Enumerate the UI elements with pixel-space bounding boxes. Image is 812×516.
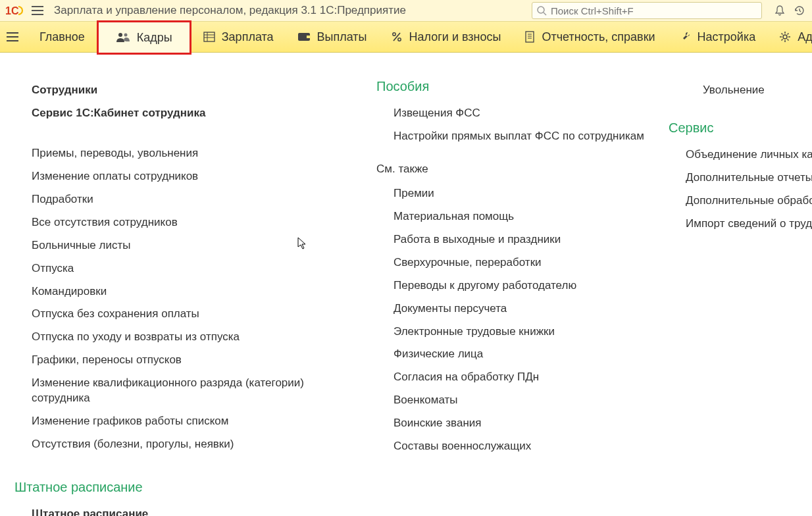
link-fss-settings[interactable]: Настройки прямых выплат ФСС по сотрудник… [393,125,659,148]
link-all-absences[interactable]: Все отсутствия сотрудников [32,211,350,234]
link-vacation-schedules[interactable]: Графики, переносы отпусков [32,349,350,372]
column-3: Увольнение Сервис Объединение личных кар… [686,79,812,516]
link-material-aid[interactable]: Материальная помощь [393,205,659,228]
link-employee-cabinet[interactable]: Сервис 1С:Кабинет сотрудника [32,102,350,125]
svg-line-13 [393,33,400,41]
app-logo: 1C [4,3,26,18]
link-hires[interactable]: Приемы, переводы, увольнения [32,142,350,165]
svg-point-18 [783,35,787,39]
svg-text:1C: 1C [5,5,19,16]
heading-service[interactable]: Сервис [669,120,812,136]
app-title: Зарплата и управление персоналом, редакц… [54,4,406,17]
nav-reports[interactable]: Отчетность, справки [513,22,667,51]
svg-rect-5 [204,32,215,41]
link-employees[interactable]: Сотрудники [32,79,350,102]
content-area: Сотрудники Сервис 1С:Кабинет сотрудника … [0,53,812,516]
nav-admin-label: Администрир [798,30,812,44]
svg-point-12 [397,38,400,41]
link-merge-cards[interactable]: Объединение личных карточек [686,143,812,167]
link-childcare-leave[interactable]: Отпуска по уходу и возвраты из отпуска [32,326,350,349]
link-extra-reports[interactable]: Дополнительные отчеты [686,167,812,190]
bell-icon[interactable] [771,2,788,19]
gear-icon [779,31,791,43]
nav-admin[interactable]: Администрир [767,22,812,51]
svg-point-11 [392,33,395,36]
nav-salary[interactable]: Зарплата [191,22,286,51]
link-staffing[interactable]: Штатное расписание [32,503,350,516]
section-navbar: Главное Кадры Зарплата [0,22,812,53]
link-persons[interactable]: Физические лица [393,343,659,366]
link-military-ranks[interactable]: Воинские звания [393,412,659,435]
users-icon [116,32,130,43]
svg-line-24 [788,39,789,41]
svg-line-2 [544,13,546,15]
nav-personnel-label: Кадры [137,31,172,45]
nav-settings-label: Настройка [698,30,756,44]
svg-point-1 [538,7,544,13]
link-military-offices[interactable]: Военкоматы [393,389,659,412]
link-ework-books[interactable]: Электронные трудовые книжки [393,321,659,344]
svg-line-23 [782,34,783,35]
link-qualification-change[interactable]: Изменение квалификационного разряда (кат… [32,372,350,410]
nav-salary-label: Зарплата [222,30,274,44]
link-extra-processing[interactable]: Дополнительные обработки [686,190,812,213]
svg-rect-10 [307,36,311,38]
link-overtime[interactable]: Сверхурочные, переработки [393,251,659,274]
svg-line-26 [782,39,783,41]
link-extra-work[interactable]: Подработки [32,188,350,211]
nav-payments[interactable]: Выплаты [286,22,379,51]
search-input[interactable] [549,5,757,17]
link-holiday-work[interactable]: Работа в выходные и праздники [393,228,659,251]
wallet-icon [297,32,311,41]
link-sick-leave[interactable]: Больничные листы [32,234,350,257]
link-transfers[interactable]: Переводы к другому работодателю [393,274,659,297]
nav-settings[interactable]: Настройка [667,22,768,51]
history-icon[interactable] [791,2,808,19]
nav-reports-label: Отчетность, справки [542,30,655,44]
link-unpaid-vacations[interactable]: Отпуска без сохранения оплаты [32,303,350,326]
link-import-labor[interactable]: Импорт сведений о трудовой де [686,213,812,236]
search-icon [536,5,547,16]
spreadsheet-icon [203,32,215,42]
link-absences[interactable]: Отсутствия (болезни, прогулы, неявки) [32,433,350,456]
link-fss-notify[interactable]: Извещения ФСС [393,102,659,125]
nav-main-label: Главное [39,30,85,44]
nav-taxes-label: Налоги и взносы [409,30,501,44]
svg-point-4 [124,34,127,37]
link-military-lists[interactable]: Составы военнослужащих [393,435,659,458]
search-box[interactable] [532,2,762,19]
nav-taxes[interactable]: Налоги и взносы [379,22,513,51]
svg-point-3 [118,33,122,37]
column-2: Пособия Извещения ФСС Настройки прямых в… [376,79,659,516]
heading-benefits[interactable]: Пособия [376,79,659,94]
svg-line-25 [788,34,789,35]
title-bar: 1C Зарплата и управление персоналом, ред… [0,0,812,22]
link-bonuses[interactable]: Премии [393,182,659,205]
sections-menu-icon[interactable] [7,28,18,45]
link-work-schedule-change[interactable]: Изменение графиков работы списком [32,410,350,433]
link-dismissal[interactable]: Увольнение [703,79,812,102]
link-vacations[interactable]: Отпуска [32,257,350,280]
nav-payments-label: Выплаты [317,30,367,44]
percent-icon [391,31,403,43]
column-1: Сотрудники Сервис 1С:Кабинет сотрудника … [14,79,350,516]
heading-staffing[interactable]: Штатное расписание [14,480,350,495]
main-menu-icon[interactable] [32,3,47,18]
document-icon [524,31,535,43]
wrench-icon [679,31,691,43]
link-business-trips[interactable]: Командировки [32,280,350,303]
nav-personnel[interactable]: Кадры [97,20,191,55]
link-pdn-consent[interactable]: Согласия на обработку ПДн [393,366,659,389]
heading-see-also: См. также [376,163,659,176]
nav-main[interactable]: Главное [28,22,97,51]
link-recalc-docs[interactable]: Документы персучета [393,297,659,321]
link-pay-changes[interactable]: Изменение оплаты сотрудников [32,165,350,188]
svg-rect-14 [526,32,534,42]
